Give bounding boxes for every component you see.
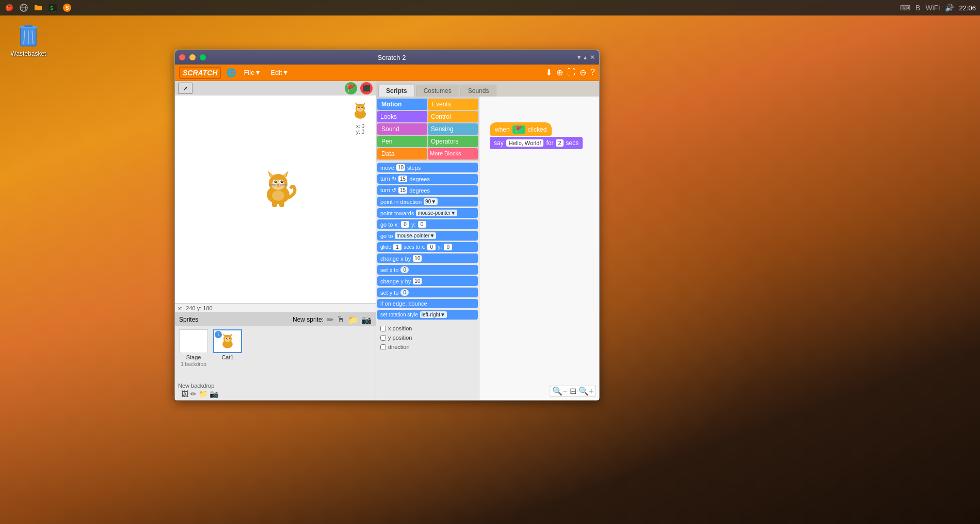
cat1-thumb-box: i — [213, 329, 242, 353]
scripts-tab[interactable]: Scripts — [378, 85, 415, 97]
shrink-icon[interactable]: ⊖ — [580, 68, 586, 77]
stage-resize-btn[interactable]: ⤢ — [178, 83, 192, 94]
point-towards-block[interactable]: point towards mouse-pointer▼ — [377, 208, 478, 218]
goto-x-input[interactable]: 0 — [401, 221, 409, 228]
motion-category[interactable]: Motion — [377, 99, 427, 110]
when-label: when — [495, 126, 510, 133]
data-category[interactable]: Data — [377, 148, 427, 160]
y-position-checkbox[interactable] — [380, 335, 386, 341]
help-icon[interactable]: ? — [590, 68, 595, 77]
bounce-block[interactable]: if on edge, bounce — [377, 299, 478, 308]
pen-category[interactable]: Pen — [377, 136, 427, 147]
change-y-block[interactable]: change y by 10 — [377, 276, 478, 286]
point-direction-block[interactable]: point in direction 90▼ — [377, 197, 478, 207]
move-block[interactable]: move 10 steps — [377, 163, 478, 172]
glide-y-input[interactable]: 0 — [444, 244, 452, 250]
backdrop-camera-icon[interactable]: 📷 — [210, 390, 218, 398]
backdrop-edit-icon[interactable]: ✏ — [190, 390, 197, 398]
x-position-check[interactable]: x position — [377, 324, 478, 332]
svg-text:🍎: 🍎 — [6, 4, 13, 11]
turn-ccw-input[interactable]: 15 — [398, 187, 407, 194]
set-y-block[interactable]: set y to 0 — [377, 288, 478, 297]
sound-category[interactable]: Sound — [377, 123, 427, 135]
window-titlebar: Scratch 2 ▾ ▴ ✕ — [175, 50, 599, 65]
x-position-checkbox[interactable] — [380, 326, 386, 331]
download-icon[interactable]: ⬇ — [545, 68, 552, 77]
green-flag-btn[interactable]: 🚩 — [345, 82, 357, 94]
close-titlebar-btn[interactable]: ✕ — [590, 54, 595, 61]
svg-rect-11 — [24, 25, 33, 27]
operators-category[interactable]: Operators — [428, 136, 478, 147]
move-steps-input[interactable]: 10 — [396, 164, 405, 171]
when-clicked-hat[interactable]: when 🚩 clicked say Hello, World! for 2 s… — [490, 122, 599, 149]
new-sprite-cursor-icon[interactable]: 🖱 — [336, 315, 345, 324]
more-blocks-category[interactable]: More Blocks — [428, 148, 478, 160]
sprites-panel: Sprites New sprite: ✏ 🖱 📁 📷 Stage 1 ba — [175, 312, 376, 400]
cat-sprite[interactable] — [258, 168, 299, 209]
cat1-sprite-thumb[interactable]: i — [212, 329, 243, 360]
globe-icon[interactable] — [19, 3, 29, 13]
wastebasket-icon[interactable]: Wastebasket — [10, 23, 46, 57]
scratch-taskbar-icon[interactable]: S — [62, 3, 72, 13]
direction-checkbox[interactable] — [380, 344, 386, 350]
stage-thumbnail[interactable]: Stage 1 backdrop — [178, 329, 209, 367]
turn-ccw-block[interactable]: turn ↺ 15 degrees — [377, 185, 478, 195]
control-category[interactable]: Control — [428, 111, 478, 122]
new-sprite-camera-icon[interactable]: 📷 — [361, 315, 372, 325]
goto-xy-block[interactable]: go to x: 0 y: 0 — [377, 219, 478, 229]
sounds-tab[interactable]: Sounds — [460, 85, 497, 97]
zoom-out-btn[interactable]: 🔍− — [552, 387, 567, 395]
minimize-window-btn[interactable] — [189, 54, 196, 60]
change-x-block[interactable]: change x by 10 — [377, 253, 478, 263]
sensing-category[interactable]: Sensing — [428, 123, 478, 135]
set-x-block[interactable]: set x to 0 — [377, 265, 478, 275]
turn-cw-input[interactable]: 15 — [398, 176, 407, 182]
backdrop-paint-icon[interactable]: 🖼 — [181, 390, 188, 398]
chevron-down-titlebar[interactable]: ▾ — [577, 54, 581, 61]
set-y-input[interactable]: 0 — [400, 289, 409, 296]
goto-y-input[interactable]: 0 — [418, 221, 426, 228]
globe-menu-icon[interactable]: 🌐 — [226, 68, 236, 77]
goto-dropdown[interactable]: mouse-pointer▼ — [395, 232, 436, 239]
folder-icon[interactable] — [33, 3, 43, 13]
zoom-reset-btn[interactable]: ⊟ — [570, 387, 576, 395]
rotation-dropdown[interactable]: left-right▼ — [420, 311, 447, 318]
new-sprite-folder-icon[interactable]: 📁 — [348, 315, 358, 325]
sprites-header: Sprites New sprite: ✏ 🖱 📁 📷 — [175, 313, 376, 326]
direction-dropdown[interactable]: 90▼ — [424, 198, 438, 205]
turn-cw-block[interactable]: turn ↻ 15 degrees — [377, 174, 478, 184]
terminal-icon[interactable]: $_ — [47, 3, 58, 13]
backdrop-folder-icon[interactable]: 📁 — [199, 390, 207, 398]
costumes-tab[interactable]: Costumes — [416, 85, 459, 97]
glide-x-input[interactable]: 0 — [427, 244, 436, 250]
sprite-info-btn[interactable]: i — [215, 331, 222, 338]
y-position-check[interactable]: y position — [377, 334, 478, 342]
direction-check[interactable]: direction — [377, 343, 478, 351]
file-menu[interactable]: File▼ — [242, 68, 263, 77]
stop-btn[interactable]: ⬛ — [360, 82, 373, 94]
new-sprite-controls: New sprite: ✏ 🖱 📁 📷 — [293, 315, 372, 325]
fullscreen-icon[interactable]: ⛶ — [567, 68, 575, 77]
looks-category[interactable]: Looks — [377, 111, 427, 122]
zoom-in-btn[interactable]: 🔍+ — [579, 387, 593, 395]
events-category[interactable]: Events — [428, 99, 478, 110]
stage-area: ⤢ 🚩 ⬛ — [175, 81, 376, 400]
say-secs-input[interactable]: 2 — [556, 139, 563, 147]
edit-menu[interactable]: Edit▼ — [268, 68, 291, 77]
towards-dropdown[interactable]: mouse-pointer▼ — [416, 210, 457, 216]
new-sprite-paint-icon[interactable]: ✏ — [327, 315, 333, 325]
glide-block[interactable]: glide 1 secs to x: 0 y: 0 — [377, 242, 478, 252]
glide-secs-input[interactable]: 1 — [393, 244, 401, 250]
expand-icon[interactable]: ⊕ — [556, 68, 563, 77]
set-x-input[interactable]: 0 — [400, 266, 409, 273]
say-text-input[interactable]: Hello, World! — [506, 139, 544, 147]
maximize-window-btn[interactable] — [200, 54, 206, 60]
change-x-input[interactable]: 10 — [413, 255, 422, 262]
close-window-btn[interactable] — [179, 54, 185, 60]
goto-pointer-block[interactable]: go to mouse-pointer▼ — [377, 231, 478, 241]
rotation-style-block[interactable]: set rotation style left-right▼ — [377, 310, 478, 320]
apple-icon[interactable]: 🍎 — [4, 3, 14, 13]
change-y-input[interactable]: 10 — [413, 278, 422, 284]
chevron-up-titlebar[interactable]: ▴ — [584, 54, 587, 61]
say-block[interactable]: say Hello, World! for 2 secs — [490, 137, 583, 149]
